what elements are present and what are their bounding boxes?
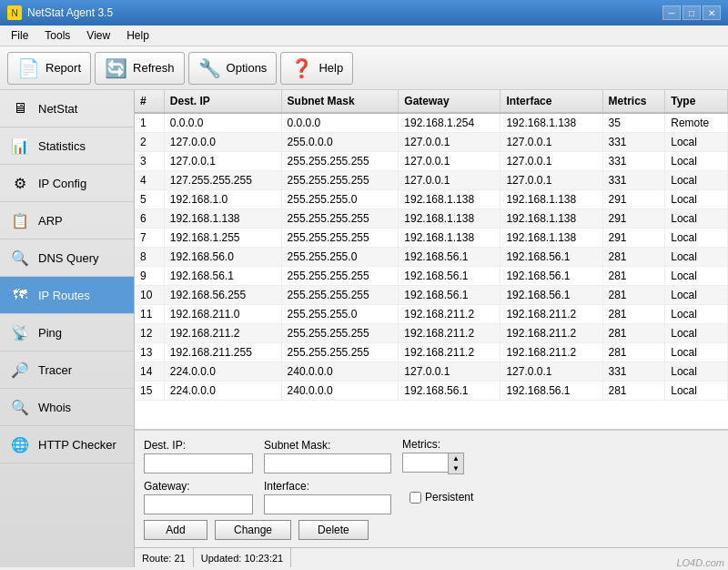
close-button[interactable]: ✕ [703, 5, 721, 20]
table-cell: 5 [135, 190, 164, 209]
sidebar-item-ipconfig[interactable]: ⚙ IP Config [0, 165, 134, 202]
interface-input[interactable] [264, 494, 391, 514]
sidebar-item-iproutes[interactable]: 🗺 IP Routes [0, 277, 134, 314]
metrics-up-button[interactable]: ▲ [449, 453, 463, 463]
subnet-mask-input[interactable] [264, 453, 391, 473]
table-cell: 13 [135, 343, 164, 362]
table-cell: 192.168.1.138 [500, 229, 602, 248]
persistent-checkbox[interactable] [410, 492, 421, 504]
table-row[interactable]: 12192.168.211.2255.255.255.255192.168.21… [135, 324, 728, 343]
sidebar-item-dnsquery[interactable]: 🔍 DNS Query [0, 239, 134, 277]
col-header-subnet: Subnet Mask [281, 90, 399, 113]
sidebar-label-whois: Whois [38, 401, 71, 414]
arp-icon: 📋 [9, 209, 31, 231]
refresh-button[interactable]: 🔄 Refresh [95, 52, 185, 85]
interface-label: Interface: [264, 480, 391, 493]
table-cell: 4 [135, 171, 164, 190]
table-cell: Local [665, 362, 728, 382]
menu-bar: File Tools View Help [0, 25, 728, 46]
gateway-input[interactable] [144, 494, 253, 514]
table-cell: 291 [602, 209, 665, 229]
menu-view[interactable]: View [79, 27, 117, 44]
interface-field: Interface: [264, 480, 391, 514]
table-cell: 192.168.56.1 [399, 382, 500, 401]
minimize-button[interactable]: ─ [662, 5, 681, 20]
table-cell: 192.168.211.2 [399, 324, 500, 343]
table-cell: 192.168.56.0 [164, 248, 281, 267]
table-row[interactable]: 6192.168.1.138255.255.255.255192.168.1.1… [135, 209, 728, 229]
table-cell: 192.168.211.255 [164, 343, 281, 362]
table-cell: Local [665, 171, 728, 190]
change-button[interactable]: Change [215, 520, 291, 540]
table-row[interactable]: 3127.0.0.1255.255.255.255127.0.0.1127.0.… [135, 152, 728, 171]
delete-button[interactable]: Delete [298, 520, 369, 540]
route-form: Dest. IP: Subnet Mask: Metrics: 1 ▲ ▼ [135, 430, 728, 547]
menu-file[interactable]: File [4, 27, 35, 44]
table-row[interactable]: 14224.0.0.0240.0.0.0127.0.0.1127.0.0.133… [135, 362, 728, 382]
app-icon: N [7, 5, 22, 20]
sidebar-item-netstat[interactable]: 🖥 NetStat [0, 90, 134, 127]
table-cell: 11 [135, 305, 164, 324]
report-icon: 📄 [17, 57, 40, 79]
subnet-mask-field: Subnet Mask: [264, 439, 391, 473]
routes-table-container[interactable]: # Dest. IP Subnet Mask Gateway Interface… [135, 90, 728, 430]
main-content: 🖥 NetStat 📊 Statistics ⚙ IP Config 📋 ARP… [0, 90, 728, 567]
table-cell: 2 [135, 133, 164, 152]
table-row[interactable]: 11192.168.211.0255.255.255.0192.168.211.… [135, 305, 728, 324]
right-panel: # Dest. IP Subnet Mask Gateway Interface… [135, 90, 728, 567]
maximize-button[interactable]: □ [682, 5, 701, 20]
sidebar-label-httpchecker: HTTP Checker [38, 438, 116, 452]
metrics-input[interactable]: 1 [402, 453, 448, 473]
sidebar-item-tracer[interactable]: 🔎 Tracer [0, 351, 134, 389]
table-cell: 127.0.0.1 [500, 171, 602, 190]
table-cell: 331 [602, 171, 665, 190]
table-cell: 127.0.0.1 [399, 171, 500, 190]
sidebar-item-whois[interactable]: 🔍 Whois [0, 389, 134, 426]
options-button[interactable]: 🔧 Options [188, 52, 278, 85]
help-button[interactable]: ❓ Help [280, 52, 353, 85]
dest-ip-label: Dest. IP: [144, 439, 253, 452]
routes-table: # Dest. IP Subnet Mask Gateway Interface… [135, 90, 728, 401]
sidebar-item-arp[interactable]: 📋 ARP [0, 202, 134, 239]
menu-tools[interactable]: Tools [37, 27, 77, 44]
sidebar-item-ping[interactable]: 📡 Ping [0, 314, 134, 351]
table-cell: 10 [135, 286, 164, 305]
table-cell: 14 [135, 362, 164, 382]
table-row[interactable]: 15224.0.0.0240.0.0.0192.168.56.1192.168.… [135, 382, 728, 401]
table-cell: 255.255.255.255 [281, 343, 399, 362]
toolbar: 📄 Report 🔄 Refresh 🔧 Options ❓ Help [0, 46, 728, 90]
report-button[interactable]: 📄 Report [7, 52, 91, 85]
table-row[interactable]: 5192.168.1.0255.255.255.0192.168.1.13819… [135, 190, 728, 209]
sidebar-label-ping: Ping [38, 326, 62, 340]
table-row[interactable]: 10192.168.56.255255.255.255.255192.168.5… [135, 286, 728, 305]
col-header-metrics: Metrics [602, 90, 665, 113]
table-row[interactable]: 4127.255.255.255255.255.255.255127.0.0.1… [135, 171, 728, 190]
metrics-label: Metrics: [402, 438, 464, 451]
dest-ip-input[interactable] [144, 453, 253, 473]
table-cell: 192.168.211.0 [164, 305, 281, 324]
sidebar-item-httpchecker[interactable]: 🌐 HTTP Checker [0, 426, 134, 463]
table-cell: Local [665, 267, 728, 286]
table-cell: 192.168.56.1 [500, 382, 602, 401]
table-cell: 192.168.56.1 [500, 267, 602, 286]
add-button[interactable]: Add [144, 520, 207, 540]
table-cell: 291 [602, 190, 665, 209]
col-header-interface: Interface [500, 90, 602, 113]
gateway-label: Gateway: [144, 480, 253, 493]
refresh-icon: 🔄 [105, 57, 127, 79]
table-row[interactable]: 7192.168.1.255255.255.255.255192.168.1.1… [135, 229, 728, 248]
watermark: LO4D.com [676, 557, 724, 568]
table-cell: 255.255.255.255 [281, 209, 399, 229]
table-row[interactable]: 10.0.0.00.0.0.0192.168.1.254192.168.1.13… [135, 113, 728, 133]
metrics-down-button[interactable]: ▼ [449, 463, 463, 473]
refresh-label: Refresh [133, 61, 175, 75]
sidebar-item-statistics[interactable]: 📊 Statistics [0, 127, 134, 165]
table-row[interactable]: 8192.168.56.0255.255.255.0192.168.56.119… [135, 248, 728, 267]
table-row[interactable]: 2127.0.0.0255.0.0.0127.0.0.1127.0.0.1331… [135, 133, 728, 152]
table-cell: 255.255.255.255 [281, 152, 399, 171]
table-row[interactable]: 13192.168.211.255255.255.255.255192.168.… [135, 343, 728, 362]
menu-help[interactable]: Help [119, 27, 157, 44]
table-row[interactable]: 9192.168.56.1255.255.255.255192.168.56.1… [135, 267, 728, 286]
ping-icon: 📡 [9, 321, 31, 343]
table-cell: 3 [135, 152, 164, 171]
